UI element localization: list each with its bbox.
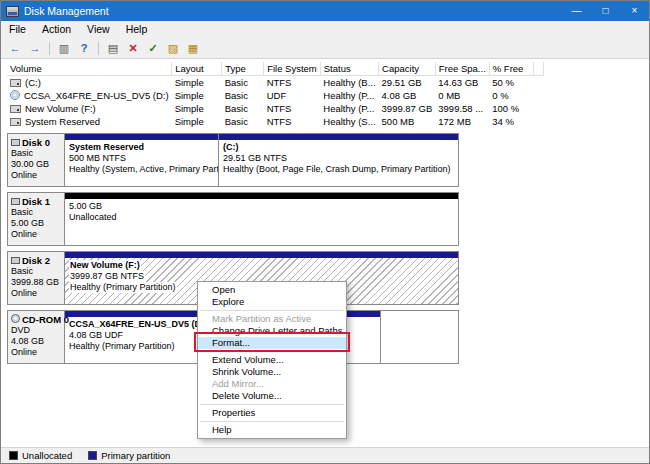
cdrom-0-info[interactable]: CD-ROM 0 DVD 4.08 GB Online — [8, 311, 65, 363]
column-free-space[interactable]: Free Spa... — [435, 62, 489, 76]
volume-row-d[interactable]: CCSA_X64FRE_EN-US_DV5 (D:) Simple Basic … — [7, 89, 543, 102]
menu-item-properties[interactable]: Properties — [198, 407, 346, 419]
toolbar: ← → ▥ ? ▤ ✕ ✓ ▨ ▦ — [1, 38, 649, 59]
volume-free: 14.63 GB — [435, 76, 489, 90]
back-arrow-icon[interactable]: ← — [6, 40, 24, 57]
disk-name: CD-ROM 0 — [22, 314, 69, 325]
column-pct-free[interactable]: % Free — [489, 62, 533, 76]
volume-fs: UDF — [264, 89, 321, 102]
volume-layout: Simple — [172, 102, 222, 115]
titlebar: Disk Management — □ × — [1, 1, 649, 21]
help-icon[interactable]: ? — [75, 40, 93, 57]
disk-kind: Basic — [11, 148, 61, 159]
disk-volume-icon — [10, 105, 21, 113]
app-icon — [6, 6, 19, 17]
column-file-system[interactable]: File System — [264, 62, 321, 76]
partition-detail: 29.51 GB NTFS — [223, 153, 454, 164]
forward-arrow-icon[interactable]: → — [26, 40, 44, 57]
legend-bar: Unallocated Primary partition — [1, 447, 649, 463]
minimize-button[interactable]: — — [562, 1, 591, 21]
partition-health: Healthy (Primary Partition) — [69, 282, 177, 293]
partition-system-reserved[interactable]: System Reserved 500 MB NTFS Healthy (Sys… — [65, 134, 219, 186]
maximize-button[interactable]: □ — [591, 1, 620, 21]
volume-pct-free: 100 % — [489, 102, 533, 115]
disk-kind: Basic — [11, 207, 61, 218]
console-tree-icon[interactable]: ▥ — [55, 40, 73, 57]
partition-title: System Reserved — [69, 142, 214, 153]
disk-row-filler — [381, 311, 458, 363]
column-layout[interactable]: Layout — [172, 62, 222, 76]
volume-fs: NTFS — [264, 115, 321, 128]
check-icon[interactable]: ✓ — [144, 40, 162, 57]
close-button[interactable]: × — [620, 1, 649, 21]
partition-health: Healthy (System, Active, Primary Partiti… — [69, 164, 214, 175]
volume-row-system-reserved[interactable]: System Reserved Simple Basic NTFS Health… — [7, 115, 543, 128]
partition-detail: 3999.87 GB NTFS — [69, 271, 145, 282]
window-title: Disk Management — [24, 1, 109, 21]
properties-icon[interactable]: ▦ — [184, 40, 202, 57]
menu-item-shrink-volume[interactable]: Shrink Volume... — [198, 366, 346, 378]
partition-unallocated[interactable]: 5.00 GB Unallocated — [65, 193, 458, 245]
menu-item-change-drive-letter[interactable]: Change Drive Letter and Paths... — [198, 325, 346, 337]
menu-action[interactable]: Action — [34, 21, 79, 38]
menu-help[interactable]: Help — [118, 21, 156, 38]
menu-item-mark-partition-active: Mark Partition as Active — [198, 313, 346, 325]
disk-2-info[interactable]: Disk 2 Basic 3999.88 GB Online — [8, 252, 65, 304]
partition-c[interactable]: (C:) 29.51 GB NTFS Healthy (Boot, Page F… — [219, 134, 458, 186]
menu-item-help[interactable]: Help — [198, 424, 346, 436]
folder-icon[interactable]: ▨ — [164, 40, 182, 57]
menu-item-extend-volume[interactable]: Extend Volume... — [198, 354, 346, 366]
disk-0-row: Disk 0 Basic 30.00 GB Online System Rese… — [7, 133, 459, 187]
volume-type: Basic — [222, 115, 264, 128]
disk-size: 3999.88 GB — [11, 277, 61, 288]
disk-size: 30.00 GB — [11, 159, 61, 170]
disk-icon — [11, 198, 20, 205]
report-icon[interactable]: ▤ — [104, 40, 122, 57]
disk-status: Online — [11, 170, 61, 181]
volume-pct-free: 34 % — [489, 115, 533, 128]
disk-volume-icon — [10, 79, 21, 87]
column-capacity[interactable]: Capacity — [379, 62, 436, 76]
volume-type: Basic — [222, 102, 264, 115]
disk-size: 5.00 GB — [11, 218, 61, 229]
volume-layout: Simple — [172, 76, 222, 90]
toolbar-separator — [49, 42, 50, 55]
volume-fs: NTFS — [264, 76, 321, 90]
unallocated-swatch — [9, 451, 18, 460]
volume-pct-free: 50 % — [489, 76, 533, 90]
menu-file[interactable]: File — [1, 21, 34, 38]
volume-status: Healthy (B... — [320, 76, 378, 90]
disk-1-info[interactable]: Disk 1 Basic 5.00 GB Online — [8, 193, 65, 245]
disk-kind: Basic — [11, 266, 61, 277]
volume-free: 172 MB — [435, 115, 489, 128]
volume-row-c[interactable]: (C:) Simple Basic NTFS Healthy (B... 29.… — [7, 76, 543, 90]
disk-name: Disk 0 — [22, 137, 50, 148]
partition-health: Healthy (Boot, Page File, Crash Dump, Pr… — [223, 164, 454, 175]
menu-item-delete-volume[interactable]: Delete Volume... — [198, 390, 346, 402]
volume-free: 0 MB — [435, 89, 489, 102]
menu-item-format[interactable]: Format... — [198, 337, 346, 349]
volume-name: New Volume (F:) — [25, 103, 96, 114]
column-type[interactable]: Type — [222, 62, 264, 76]
disk-volume-icon — [10, 118, 21, 126]
menu-view[interactable]: View — [79, 21, 118, 38]
volume-capacity: 500 MB — [379, 115, 436, 128]
partition-detail: 5.00 GB — [69, 201, 454, 212]
menu-item-add-mirror: Add Mirror... — [198, 378, 346, 390]
volume-status: Healthy (P... — [320, 89, 378, 102]
menu-separator — [200, 310, 344, 311]
window-controls: — □ × — [562, 1, 649, 21]
volume-row-f[interactable]: New Volume (F:) Simple Basic NTFS Health… — [7, 102, 543, 115]
partition-title: (C:) — [223, 142, 454, 153]
disk-icon — [11, 139, 20, 146]
column-volume[interactable]: Volume — [7, 62, 172, 76]
column-status[interactable]: Status — [320, 62, 378, 76]
primary-partition-swatch — [88, 451, 97, 460]
volume-name: CCSA_X64FRE_EN-US_DV5 (D:) — [24, 90, 169, 101]
delete-icon[interactable]: ✕ — [124, 40, 142, 57]
menu-item-open[interactable]: Open — [198, 284, 346, 296]
disk-name: Disk 2 — [22, 255, 50, 266]
context-menu: Open Explore Mark Partition as Active Ch… — [197, 281, 347, 439]
menu-item-explore[interactable]: Explore — [198, 296, 346, 308]
disk-0-info[interactable]: Disk 0 Basic 30.00 GB Online — [8, 134, 65, 186]
